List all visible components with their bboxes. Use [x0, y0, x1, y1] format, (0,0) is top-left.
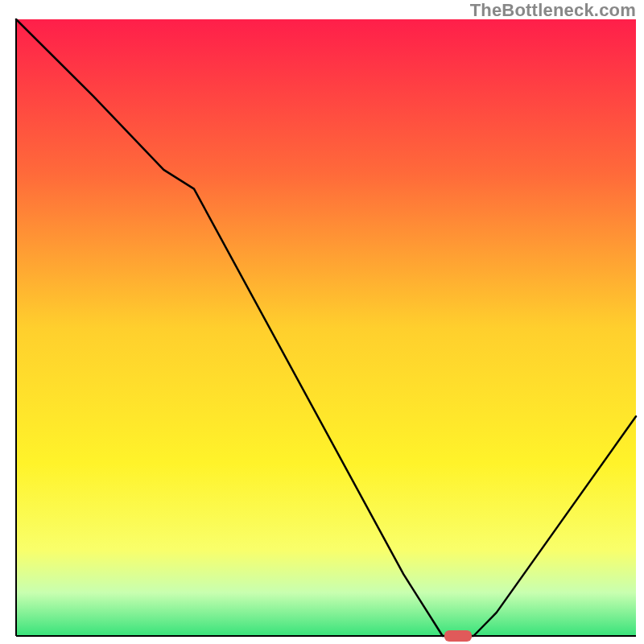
chart-canvas: TheBottleneck.com: [0, 0, 644, 644]
line-chart: [0, 0, 644, 644]
optimal-marker: [444, 630, 472, 642]
